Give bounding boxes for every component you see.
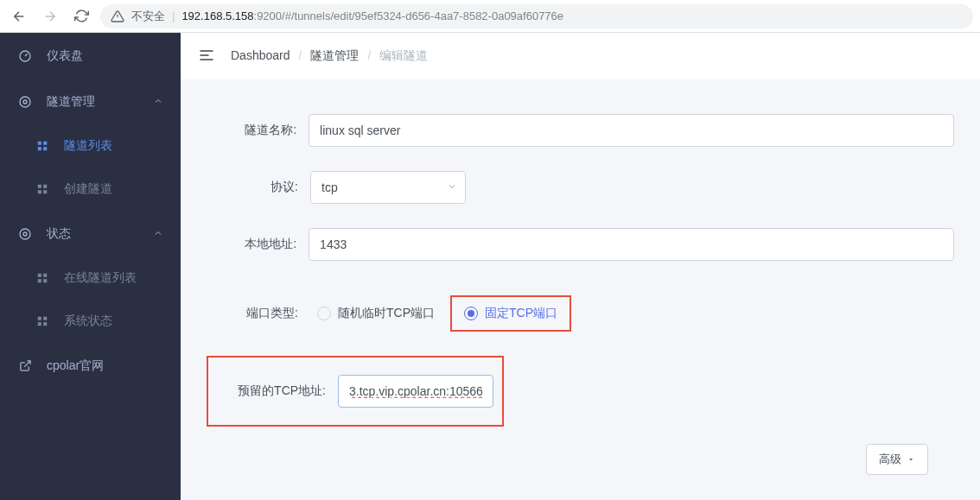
sidebar-item-label: 隧道列表 (64, 138, 112, 154)
url-path: :9200/#/tunnels/edit/95ef5324-d656-4aa7-… (254, 9, 564, 22)
forward-button[interactable] (38, 4, 62, 28)
breadcrumb-item[interactable]: 隧道管理 (310, 48, 359, 64)
svg-rect-5 (38, 147, 41, 150)
svg-rect-9 (38, 190, 41, 193)
topbar: Dashboard / 隧道管理 / 编辑隧道 (181, 33, 980, 79)
reserved-tcp-input[interactable] (338, 375, 493, 408)
caret-down-icon (907, 455, 915, 464)
sidebar-item-tunnel-manage[interactable]: 隧道管理 (0, 79, 181, 124)
back-button[interactable] (7, 4, 31, 28)
tunnel-icon (17, 95, 33, 109)
sidebar-item-system-status[interactable]: 系统状态 (0, 300, 181, 343)
chevron-up-icon (153, 227, 163, 241)
sidebar: 仪表盘 隧道管理 隧道列表 创建隧道 状态 (0, 33, 181, 500)
svg-rect-7 (38, 185, 41, 188)
reload-button[interactable] (69, 4, 93, 28)
grid-icon (35, 140, 50, 152)
svg-rect-15 (38, 279, 41, 282)
svg-rect-16 (43, 279, 47, 282)
svg-rect-17 (38, 317, 41, 320)
main-content: Dashboard / 隧道管理 / 编辑隧道 隧道名称: 协议: (181, 33, 980, 500)
grid-icon (35, 183, 50, 195)
advanced-label: 高级 (879, 452, 901, 467)
breadcrumb-current: 编辑隧道 (379, 48, 428, 64)
grid-icon (35, 315, 50, 327)
sidebar-item-label: 系统状态 (64, 313, 112, 329)
svg-rect-18 (43, 317, 47, 320)
radio-label: 固定TCP端口 (485, 306, 557, 321)
svg-rect-20 (43, 322, 47, 326)
sidebar-item-tunnel-list[interactable]: 隧道列表 (0, 124, 181, 168)
protocol-label: 协议: (207, 180, 310, 195)
tunnel-name-input[interactable] (309, 114, 954, 147)
local-addr-input[interactable] (309, 228, 954, 261)
grid-icon (35, 272, 50, 284)
sidebar-item-label: 创建隧道 (64, 181, 112, 197)
svg-rect-3 (38, 142, 41, 145)
sidebar-item-status[interactable]: 状态 (0, 211, 181, 256)
radio-checked-icon (464, 307, 478, 320)
reserved-tcp-label: 预留的TCP地址: (210, 383, 338, 399)
port-type-random-radio[interactable]: 随机临时TCP端口 (310, 302, 442, 325)
svg-point-12 (23, 232, 27, 236)
sidebar-item-cpolar-site[interactable]: cpolar官网 (0, 343, 181, 389)
sidebar-item-dashboard[interactable]: 仪表盘 (0, 33, 181, 79)
sidebar-item-label: 状态 (47, 226, 71, 242)
dashboard-icon (17, 49, 33, 63)
local-addr-label: 本地地址: (207, 237, 309, 252)
url-host: 192.168.5.158 (181, 9, 253, 22)
sidebar-item-create-tunnel[interactable]: 创建隧道 (0, 168, 181, 211)
protocol-select[interactable] (310, 171, 466, 204)
menu-toggle-button[interactable] (198, 47, 215, 66)
radio-unchecked-icon (317, 307, 331, 320)
sidebar-item-label: 仪表盘 (47, 48, 83, 64)
breadcrumb-item[interactable]: Dashboard (231, 48, 290, 64)
sidebar-item-online-tunnels[interactable]: 在线隧道列表 (0, 256, 181, 300)
url-bar[interactable]: 不安全 | 192.168.5.158:9200/#/tunnels/edit/… (100, 4, 973, 28)
svg-rect-14 (43, 274, 47, 277)
sidebar-item-label: cpolar官网 (47, 358, 104, 374)
chevron-up-icon (153, 95, 163, 109)
svg-rect-10 (43, 190, 47, 193)
sidebar-item-label: 隧道管理 (47, 94, 95, 110)
sidebar-item-label: 在线隧道列表 (64, 270, 137, 286)
advanced-button[interactable]: 高级 (866, 444, 928, 475)
svg-point-2 (23, 100, 27, 104)
radio-label: 随机临时TCP端口 (338, 306, 435, 321)
port-type-label: 端口类型: (207, 306, 310, 321)
svg-rect-8 (43, 185, 47, 188)
warning-icon (111, 9, 124, 23)
svg-point-1 (20, 97, 30, 107)
svg-rect-4 (43, 142, 47, 145)
svg-rect-13 (38, 274, 41, 277)
svg-rect-19 (38, 322, 41, 326)
insecure-label: 不安全 (131, 9, 165, 24)
browser-bar: 不安全 | 192.168.5.158:9200/#/tunnels/edit/… (0, 0, 980, 33)
breadcrumb: Dashboard / 隧道管理 / 编辑隧道 (231, 48, 428, 64)
port-type-fixed-radio[interactable]: 固定TCP端口 (457, 302, 564, 325)
tunnel-name-label: 隧道名称: (207, 123, 309, 138)
svg-rect-6 (43, 147, 47, 150)
svg-point-11 (20, 229, 30, 239)
status-icon (17, 227, 33, 241)
external-link-icon (17, 359, 33, 372)
